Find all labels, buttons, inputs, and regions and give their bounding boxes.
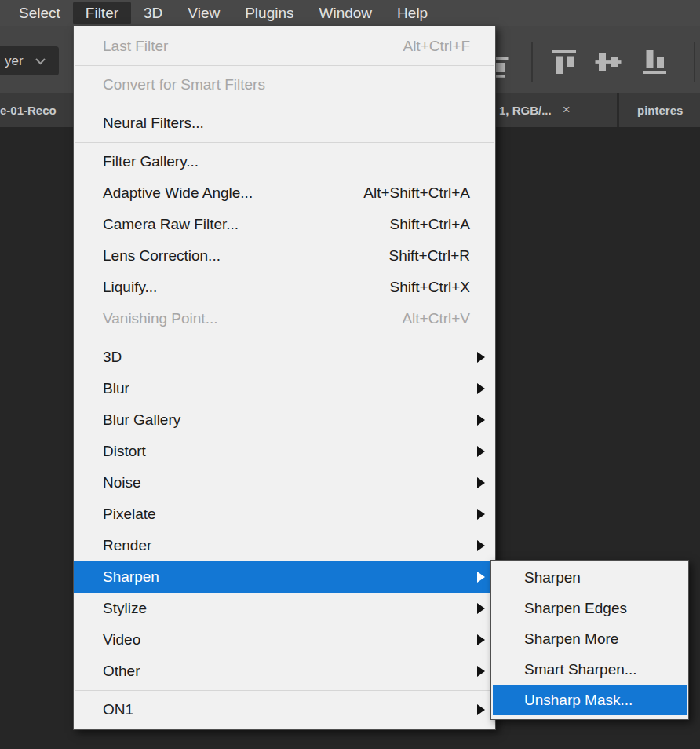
menu-item-label: Render (103, 537, 151, 554)
layer-select-label: yer (5, 53, 24, 69)
document-tab-title: pinteres (637, 104, 683, 117)
align-top-edges-icon[interactable] (550, 48, 578, 76)
menu-item-shortcut: Shift+Ctrl+R (389, 247, 470, 265)
document-tab[interactable]: e-01-Reco (0, 93, 57, 127)
toolbar-divider (694, 42, 695, 82)
menu-item-lens-correction[interactable]: Lens Correction... Shift+Ctrl+R (74, 240, 495, 272)
menu-separator (74, 139, 495, 146)
align-bottom-edges-icon[interactable] (640, 48, 669, 76)
menu-item-label: Video (103, 631, 140, 649)
menu-item-label: Noise (103, 474, 141, 491)
photoshop-window: Select Filter 3D View Plugins Window Hel… (0, 0, 700, 749)
submenu-arrow-icon (477, 352, 485, 363)
menu-item-label: Liquify... (103, 279, 157, 296)
submenu-arrow-icon (477, 509, 485, 520)
menu-item-label: Last Filter (103, 38, 168, 55)
menu-item-label: Filter Gallery... (103, 153, 199, 170)
menubar-item-select[interactable]: Select (6, 2, 73, 24)
document-tab-title: e-01-Reco (0, 104, 57, 117)
submenu-arrow-icon (477, 446, 485, 457)
submenu-arrow-icon (477, 477, 485, 488)
submenu-item-label: Unsharp Mask... (524, 692, 633, 709)
menubar-item-plugins[interactable]: Plugins (232, 2, 306, 24)
close-tab-icon[interactable]: × (563, 102, 571, 118)
menu-item-other[interactable]: Other (74, 656, 495, 687)
menu-item-label: 3D (103, 349, 122, 366)
menu-item-shortcut: Alt+Ctrl+V (402, 310, 470, 327)
menu-item-label: ON1 (103, 701, 133, 718)
menu-item-label: Other (103, 663, 140, 680)
chevron-down-icon (35, 57, 46, 65)
menu-item-noise[interactable]: Noise (74, 467, 495, 499)
align-vertical-centers-icon[interactable] (594, 48, 622, 76)
submenu-arrow-icon (477, 634, 485, 645)
menu-item-video[interactable]: Video (74, 624, 495, 656)
menu-item-shortcut: Alt+Shift+Ctrl+A (363, 185, 470, 202)
menu-item-blur[interactable]: Blur (74, 373, 495, 404)
submenu-item-label: Sharpen Edges (524, 600, 627, 617)
menu-item-camera-raw-filter[interactable]: Camera Raw Filter... Shift+Ctrl+A (74, 209, 495, 240)
menu-separator (74, 100, 495, 108)
submenu-item-label: Smart Sharpen... (524, 661, 637, 678)
menu-item-label: Camera Raw Filter... (103, 216, 239, 233)
submenu-item-sharpen-more[interactable]: Sharpen More (491, 623, 688, 654)
menu-item-label: Convert for Smart Filters (103, 76, 265, 93)
menu-item-render[interactable]: Render (74, 530, 495, 561)
submenu-item-label: Sharpen More (524, 630, 618, 648)
menubar-item-3d[interactable]: 3D (131, 2, 175, 24)
menu-item-on1[interactable]: ON1 (74, 694, 495, 725)
menu-item-neural-filters[interactable]: Neural Filters... (74, 108, 495, 139)
menu-item-label: Stylize (103, 600, 147, 617)
menu-item-label: Blur (103, 380, 129, 397)
layer-select-dropdown[interactable]: yer (0, 46, 59, 75)
filter-menu: Last Filter Alt+Ctrl+F Convert for Smart… (73, 26, 496, 730)
menu-item-label: Vanishing Point... (103, 310, 217, 327)
menu-item-pixelate[interactable]: Pixelate (74, 499, 495, 530)
menu-bar: Select Filter 3D View Plugins Window Hel… (0, 0, 700, 26)
submenu-arrow-icon (477, 666, 485, 677)
submenu-item-sharpen-edges[interactable]: Sharpen Edges (491, 593, 688, 623)
menu-item-label: Neural Filters... (103, 115, 204, 132)
menu-item-liquify[interactable]: Liquify... Shift+Ctrl+X (74, 272, 495, 303)
menu-item-filter-gallery[interactable]: Filter Gallery... (74, 146, 495, 177)
menubar-item-window[interactable]: Window (307, 2, 385, 24)
document-tab-title: 1, RGB/... (499, 104, 552, 117)
menubar-item-filter[interactable]: Filter (73, 2, 131, 24)
tab-divider (617, 93, 619, 127)
menu-item-distort[interactable]: Distort (74, 436, 495, 467)
menu-item-label: Adaptive Wide Angle... (103, 185, 253, 202)
menu-separator (74, 334, 495, 342)
menubar-item-view[interactable]: View (175, 2, 232, 24)
menu-separator (74, 687, 495, 694)
document-tab[interactable]: pinteres (637, 93, 683, 127)
toolbar-divider (531, 42, 533, 82)
submenu-item-unsharp-mask[interactable]: Unsharp Mask... (493, 685, 687, 715)
submenu-arrow-icon (477, 704, 485, 715)
submenu-item-smart-sharpen[interactable]: Smart Sharpen... (491, 654, 688, 685)
menu-item-adaptive-wide-angle[interactable]: Adaptive Wide Angle... Alt+Shift+Ctrl+A (74, 177, 495, 209)
menu-item-label: Blur Gallery (103, 411, 180, 429)
menu-item-blur-gallery[interactable]: Blur Gallery (74, 404, 495, 436)
menu-item-sharpen[interactable]: Sharpen (74, 561, 495, 593)
menu-item-stylize[interactable]: Stylize (74, 593, 495, 624)
menu-item-label: Lens Correction... (103, 247, 221, 265)
menu-item-shortcut: Shift+Ctrl+X (390, 279, 470, 296)
menubar-item-help[interactable]: Help (385, 2, 440, 24)
submenu-arrow-icon (477, 540, 485, 551)
submenu-arrow-icon (477, 415, 485, 426)
sharpen-submenu: Sharpen Sharpen Edges Sharpen More Smart… (490, 560, 689, 720)
submenu-arrow-icon (477, 572, 485, 583)
menu-item-convert-smart-filters: Convert for Smart Filters (74, 69, 495, 100)
menu-separator (74, 62, 495, 69)
menu-item-3d[interactable]: 3D (74, 342, 495, 373)
menu-item-shortcut: Alt+Ctrl+F (403, 38, 470, 55)
menu-item-label: Sharpen (103, 568, 159, 586)
document-tab[interactable]: 1, RGB/... × (499, 93, 571, 127)
menu-item-label: Pixelate (103, 506, 156, 523)
menu-item-last-filter: Last Filter Alt+Ctrl+F (74, 31, 495, 62)
submenu-item-label: Sharpen (524, 569, 581, 586)
menu-item-vanishing-point: Vanishing Point... Alt+Ctrl+V (74, 303, 495, 334)
menu-item-label: Distort (103, 443, 146, 460)
submenu-arrow-icon (477, 603, 485, 614)
submenu-item-sharpen[interactable]: Sharpen (491, 562, 688, 593)
